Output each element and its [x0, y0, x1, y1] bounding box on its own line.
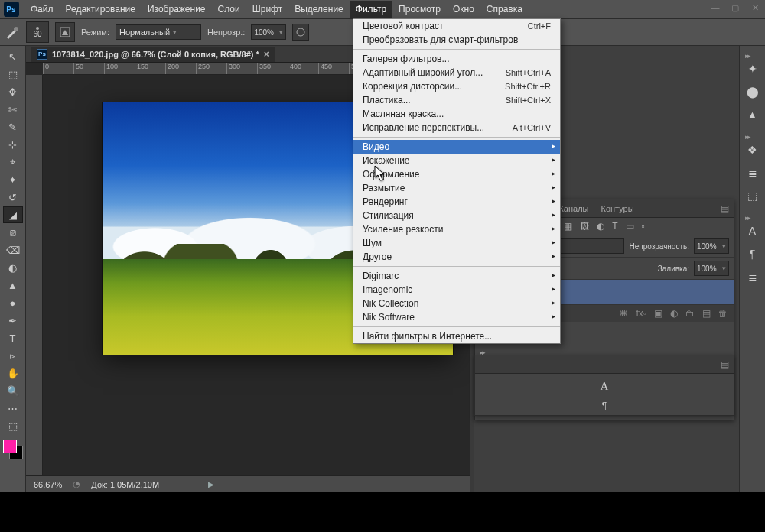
tool-21[interactable]: ⬚: [3, 417, 23, 434]
layer-mask-icon[interactable]: ▣: [654, 308, 662, 319]
menu-item[interactable]: Стилизация: [353, 209, 560, 222]
menu-item[interactable]: Размытие: [353, 181, 560, 195]
menu-item[interactable]: Nik Software: [353, 310, 560, 324]
panel-collapse-arrows[interactable]: ▸▸: [480, 349, 484, 356]
tool-16[interactable]: T: [3, 329, 23, 346]
status-arrow[interactable]: ▶: [208, 480, 214, 488]
character-icon[interactable]: A: [601, 380, 609, 393]
tool-12[interactable]: ◐: [3, 259, 23, 276]
menu-item[interactable]: Преобразовать для смарт-фильтров: [353, 33, 560, 47]
filter-shape-icon[interactable]: ▭: [626, 221, 634, 232]
opacity-input[interactable]: 100%▾: [251, 24, 286, 40]
new-layer-icon[interactable]: ▤: [702, 308, 711, 319]
delete-layer-icon[interactable]: 🗑: [718, 308, 728, 319]
tool-7[interactable]: ✦: [3, 171, 23, 188]
menu-item[interactable]: Пластика...Shift+Ctrl+X: [353, 93, 560, 107]
tool-11[interactable]: ⌫: [3, 242, 23, 258]
filter-type-icon[interactable]: T: [612, 221, 617, 232]
menu-item[interactable]: Оформление: [353, 167, 560, 181]
pressure-opacity-toggle[interactable]: [292, 24, 309, 41]
tool-14[interactable]: ●: [3, 294, 23, 311]
dock-icon[interactable]: ▲: [745, 107, 760, 122]
menu-item[interactable]: Искажение: [353, 154, 560, 167]
menu-слои[interactable]: Слои: [212, 1, 246, 18]
layer-fx-icon[interactable]: fx◦: [636, 308, 646, 319]
link-layers-icon[interactable]: ⌘: [619, 308, 628, 319]
tool-15[interactable]: ✒: [3, 312, 23, 329]
brush-preset-picker[interactable]: 60: [26, 21, 49, 43]
dock-icon[interactable]: ¶: [745, 246, 760, 261]
menu-item[interactable]: Nik Collection: [353, 297, 560, 310]
document-tab[interactable]: Ps 1073814_020.jpg @ 66.7% (Слой 0 копия…: [31, 47, 275, 62]
tool-4[interactable]: ✎: [3, 118, 23, 135]
tool-1[interactable]: ⬚: [3, 66, 23, 83]
tool-8[interactable]: ↺: [3, 189, 23, 206]
maximize-button[interactable]: ▢: [730, 3, 741, 13]
dock-icon[interactable]: ✦: [745, 61, 760, 76]
layer-opacity-input[interactable]: 100%▾: [694, 238, 729, 254]
menu-просмотр[interactable]: Просмотр: [392, 1, 447, 18]
menu-item[interactable]: Найти фильтры в Интернете...: [353, 329, 560, 343]
filter-adjust-icon[interactable]: ◐: [597, 221, 604, 232]
panel-menu-icon[interactable]: ▤: [716, 356, 734, 373]
menu-item[interactable]: Шум: [353, 236, 560, 250]
tool-17[interactable]: ▹: [3, 347, 23, 364]
menu-item[interactable]: Видео: [353, 140, 560, 154]
paragraph-icon[interactable]: ¶: [602, 401, 607, 411]
menu-выделение[interactable]: Выделение: [288, 1, 350, 18]
menu-item[interactable]: Адаптивный широкий угол...Shift+Ctrl+A: [353, 66, 560, 79]
layer-fill-input[interactable]: 100%▾: [694, 261, 729, 276]
blend-mode-dropdown[interactable]: Нормальный▾: [116, 24, 201, 40]
color-swatches[interactable]: [3, 440, 23, 459]
panel-tab-контуры[interactable]: Контуры: [594, 200, 640, 217]
minimize-button[interactable]: —: [710, 3, 721, 13]
filter-smart-icon[interactable]: ▫: [642, 221, 645, 232]
tool-2[interactable]: ✥: [3, 83, 23, 100]
tool-18[interactable]: ✋: [3, 365, 23, 381]
timeline-icon[interactable]: ◔: [73, 479, 80, 489]
menu-item[interactable]: Другое: [353, 250, 560, 264]
dock-icon[interactable]: ❖: [745, 142, 760, 157]
panel-menu-icon[interactable]: ▤: [716, 200, 734, 217]
menu-фильтр[interactable]: Фильтр: [350, 1, 392, 18]
tool-6[interactable]: ⌖: [3, 154, 23, 170]
menu-item[interactable]: Рендеринг: [353, 195, 560, 209]
tool-19[interactable]: 🔍: [3, 382, 23, 399]
tool-20[interactable]: ⋯: [3, 400, 23, 417]
tool-10[interactable]: ⎚: [3, 224, 23, 241]
dock-expand-arrows[interactable]: ▸▸: [745, 52, 760, 60]
menu-окно[interactable]: Окно: [447, 1, 480, 18]
filter-pixel-icon[interactable]: 🖼: [580, 221, 589, 232]
zoom-level[interactable]: 66.67%: [34, 480, 62, 489]
tool-3[interactable]: ✄: [3, 101, 23, 118]
filter-kind-icon[interactable]: ▦: [564, 221, 572, 232]
menu-шрифт[interactable]: Шрифт: [246, 1, 288, 18]
dock-expand-arrows[interactable]: ▸▸: [745, 133, 760, 141]
menu-item[interactable]: Исправление перспективы...Alt+Ctrl+V: [353, 121, 560, 135]
tool-5[interactable]: ⊹: [3, 136, 23, 153]
menu-item[interactable]: Масляная краска...: [353, 107, 560, 121]
dock-icon[interactable]: ⬚: [745, 188, 760, 203]
menu-item[interactable]: Digimarc: [353, 269, 560, 283]
menu-item[interactable]: Галерея фильтров...: [353, 52, 560, 66]
brush-panel-toggle[interactable]: [55, 22, 75, 42]
menu-редактирование[interactable]: Редактирование: [60, 1, 142, 18]
group-icon[interactable]: 🗀: [685, 308, 695, 319]
menu-item[interactable]: Коррекция дисторсии...Shift+Ctrl+R: [353, 79, 560, 93]
menu-item[interactable]: Усиление резкости: [353, 222, 560, 236]
menu-файл[interactable]: Файл: [24, 1, 60, 18]
tool-0[interactable]: ↖: [3, 48, 23, 65]
tool-9[interactable]: ◢: [3, 206, 23, 223]
close-button[interactable]: ✕: [750, 3, 760, 13]
menu-item[interactable]: Цветовой контрастCtrl+F: [353, 19, 560, 33]
menu-изображение[interactable]: Изображение: [142, 1, 212, 18]
dock-icon[interactable]: ≣: [745, 165, 760, 180]
menu-item[interactable]: Imagenomic: [353, 283, 560, 297]
tab-close-button[interactable]: ×: [264, 49, 269, 60]
menu-справка[interactable]: Справка: [480, 1, 529, 18]
dock-expand-arrows[interactable]: ▸▸: [745, 214, 760, 222]
dock-icon[interactable]: A: [745, 223, 760, 238]
dock-icon[interactable]: ⬤: [745, 84, 760, 99]
adjustment-layer-icon[interactable]: ◐: [670, 308, 678, 319]
tool-13[interactable]: ▲: [3, 277, 23, 294]
